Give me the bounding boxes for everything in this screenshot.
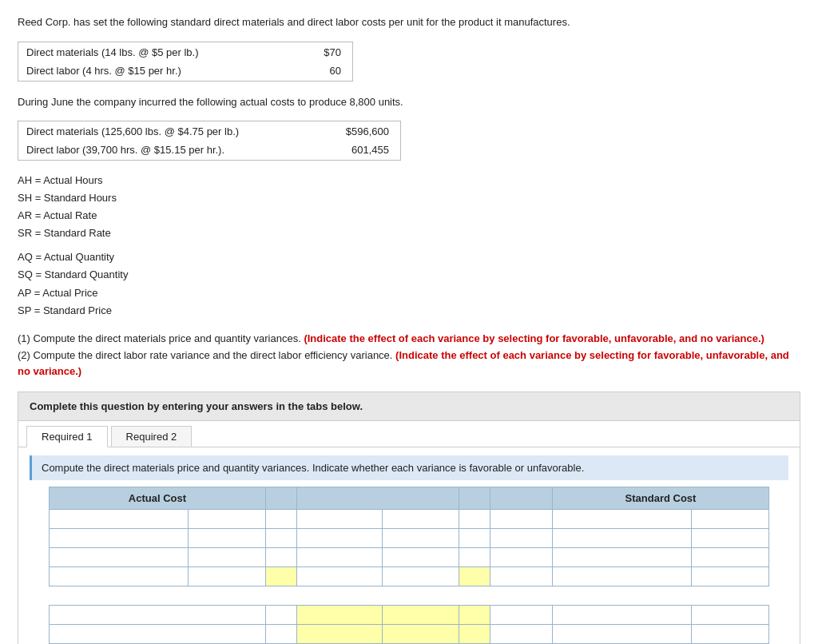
part1-red: (Indicate the effect of each variance by… [304,332,764,344]
tab-required2-label: Required 2 [126,431,177,443]
cell-b2-1[interactable] [49,625,265,644]
input-b1-3[interactable] [297,606,382,624]
intro-text: Reed Corp. has set the following standar… [18,14,800,30]
input-1-2[interactable] [189,510,265,528]
tab-content: Compute the direct materials price and q… [18,447,800,644]
input-2-2[interactable] [189,529,265,547]
header-empty4 [490,487,553,510]
cell-b1-3[interactable] [296,606,382,625]
header-empty3 [459,487,490,510]
input-2-8[interactable] [553,529,691,547]
act-val-1: $596,600 [293,123,399,140]
cell-2-3 [266,529,297,548]
input-3-1[interactable] [50,548,188,566]
act-label-2: Direct labor (39,700 hrs. @ $15.15 per h… [20,141,292,158]
input-v-6[interactable] [459,567,490,586]
cell-b2-3[interactable] [296,625,382,644]
abbrev-sp: SP = Standard Price [18,302,800,320]
cell-v-4 [296,567,382,586]
cell-v-8 [552,567,691,586]
cell-b1-6 [490,606,553,625]
input-2-1[interactable] [50,529,188,547]
cell-3-8 [552,548,691,567]
input-1-4[interactable] [297,510,382,528]
abbreviations-section: AH = Actual Hours SH = Standard Hours AR… [18,172,800,320]
cell-1-9[interactable] [692,510,769,529]
input-b2-3[interactable] [297,625,382,643]
std-val-1: $70 [261,44,351,61]
worksheet-row-b1 [49,606,769,625]
abbrev-ap: AP = Actual Price [18,284,800,302]
worksheet-row-2 [49,529,769,548]
cell-v-9 [692,567,769,586]
header-standard-cost: Standard Cost [552,487,769,510]
cell-2-1[interactable] [49,529,188,548]
abbrev-sr: SR = Standard Rate [18,225,800,242]
input-1-9[interactable] [692,510,768,528]
cell-b1-4[interactable] [382,606,459,625]
cell-b2-7 [552,625,691,644]
input-v-3[interactable] [266,567,296,586]
worksheet-variance-row [49,567,769,586]
cell-1-5[interactable] [382,510,459,529]
act-val-2: 601,455 [293,141,399,158]
tab-required2[interactable]: Required 2 [111,426,193,447]
cell-b2-6 [490,625,553,644]
input-b1-4[interactable] [383,606,459,624]
input-1-5[interactable] [383,510,459,528]
input-b2-4[interactable] [383,625,459,643]
abbrev-aq: AQ = Actual Quantity [18,248,800,266]
abbrev-sh: SH = Standard Hours [18,189,800,207]
cell-1-1[interactable] [49,510,188,529]
std-label-1: Direct materials (14 lbs. @ $5 per lb.) [20,44,260,61]
cell-2-5[interactable] [382,529,459,548]
cell-3-6 [459,548,490,567]
cell-v-3[interactable] [266,567,297,586]
act-label-1: Direct materials (125,600 lbs. @ $4.75 p… [20,123,292,140]
cell-1-8[interactable] [552,510,691,529]
input-2-9[interactable] [692,529,768,547]
cell-2-6 [459,529,490,548]
cell-3-9 [692,548,769,567]
actual-intro-text: During June the company incurred the fol… [18,94,800,110]
cell-1-6 [459,510,490,529]
cell-v-1 [49,567,188,586]
abbrev-ah: AH = Actual Hours [18,172,800,189]
abbrev-ar: AR = Actual Rate [18,207,800,225]
complete-bar: Complete this question by entering your … [18,392,800,421]
input-b1-1[interactable] [50,606,265,624]
instructions-section: (1) Compute the direct materials price a… [18,331,800,380]
header-empty1 [266,487,297,510]
cell-2-4[interactable] [296,529,382,548]
cell-1-2[interactable] [189,510,266,529]
cell-3-1[interactable] [49,548,188,567]
standard-costs-table: Direct materials (14 lbs. @ $5 per lb.) … [18,42,353,81]
cell-b1-5 [459,606,490,625]
part1-prefix: (1) Compute the direct materials price a… [18,332,304,344]
cell-v-2 [189,567,266,586]
actual-costs-table: Direct materials (125,600 lbs. @ $4.75 p… [18,121,401,161]
cell-v-7 [490,567,553,586]
part2-prefix: (2) Compute the direct labor rate varian… [18,349,395,361]
cell-b1-7 [552,606,691,625]
input-2-4[interactable] [297,529,382,547]
tabs-container: Required 1 Required 2 Compute the direct… [18,421,800,644]
input-2-5[interactable] [383,529,459,547]
header-actual-cost: Actual Cost [49,487,265,510]
cell-2-8[interactable] [552,529,691,548]
cell-1-4[interactable] [296,510,382,529]
cell-v-5 [382,567,459,586]
cell-2-9[interactable] [692,529,769,548]
cell-b2-4[interactable] [382,625,459,644]
cell-b2-8 [692,625,769,644]
cell-3-5 [382,548,459,567]
cell-2-2[interactable] [189,529,266,548]
input-1-1[interactable] [50,510,188,528]
cell-b1-1[interactable] [49,606,265,625]
worksheet-row-3 [49,548,769,567]
input-b2-1[interactable] [50,625,265,643]
input-1-8[interactable] [553,510,691,528]
tab-required1[interactable]: Required 1 [26,426,108,447]
cell-v-6[interactable] [459,567,490,586]
tabs-row: Required 1 Required 2 [18,421,800,447]
